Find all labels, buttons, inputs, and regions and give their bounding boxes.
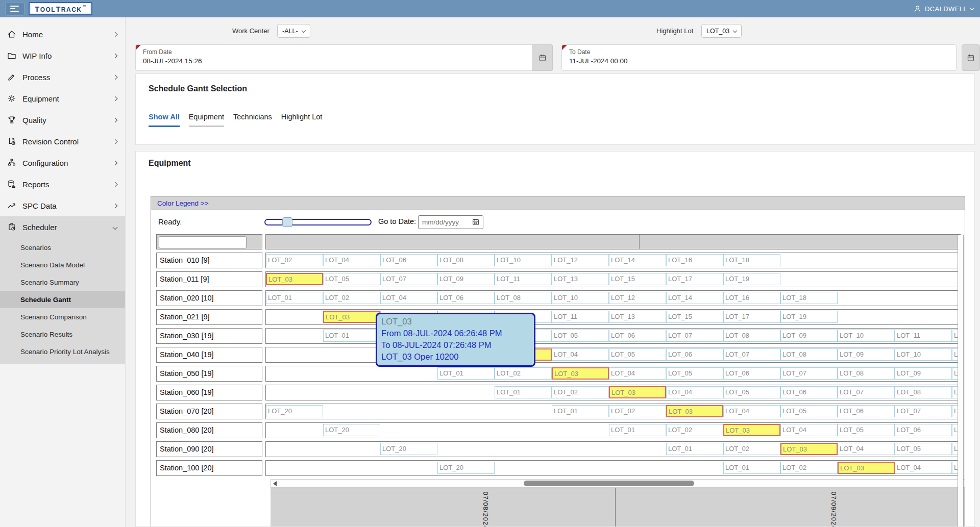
timeline-zoom-slider[interactable] — [264, 219, 372, 225]
lot-bar[interactable]: LOT_08 — [495, 292, 552, 304]
lot-bar-highlighted[interactable]: LOT_03 — [609, 386, 666, 398]
lot-bar[interactable]: LOT_20 — [323, 424, 380, 436]
lot-bar[interactable]: LOT_05 — [780, 405, 838, 417]
lot-bar[interactable]: LOT_04 — [895, 462, 952, 474]
lot-bar[interactable]: LOT_09 — [437, 273, 495, 285]
lot-bar[interactable]: LOT_08 — [437, 254, 495, 266]
lot-bar[interactable]: LOT_06 — [666, 348, 723, 361]
tab-equipment[interactable]: Equipment — [189, 113, 224, 127]
lot-bar[interactable]: LOT_19 — [780, 311, 838, 323]
sidebar-item-equipment[interactable]: Equipment — [0, 88, 125, 109]
tab-technicians[interactable]: Technicians — [233, 113, 272, 127]
lot-bar[interactable]: LOT_07 — [723, 348, 780, 361]
sidebar-item-wip-info[interactable]: WIP Info — [0, 45, 125, 66]
from-date-field[interactable]: From Date 08-JUL-2024 15:26 — [135, 44, 532, 71]
lot-bar-highlighted[interactable]: LOT_03 — [838, 462, 895, 474]
lot-bar[interactable]: LOT_09 — [838, 348, 895, 361]
lot-bar[interactable]: LOT_07 — [380, 273, 437, 285]
lot-bar[interactable]: LOT_05 — [723, 386, 780, 398]
lot-bar[interactable]: LOT_02 — [323, 292, 380, 304]
lot-bar[interactable]: LOT_14 — [666, 292, 723, 304]
highlight-lot-select[interactable]: LOT_03 — [701, 24, 742, 38]
scrollbar-thumb[interactable] — [524, 481, 694, 486]
lot-bar[interactable]: LOT_02 — [609, 405, 666, 417]
lot-bar[interactable]: LOT_20 — [266, 405, 323, 417]
lot-bar[interactable]: LOT_18 — [723, 254, 780, 266]
work-center-select[interactable]: -ALL- — [277, 24, 310, 38]
scroll-left-arrow[interactable] — [273, 481, 277, 486]
lot-bar[interactable]: LOT_08 — [723, 330, 780, 342]
vertical-scrollbar[interactable] — [958, 235, 964, 527]
lot-bar[interactable]: LOT_11 — [552, 311, 609, 323]
lot-bar[interactable]: LOT_05 — [666, 367, 723, 380]
lot-bar[interactable]: LOT_01 — [495, 386, 552, 398]
lot-bar[interactable]: LOT_06 — [380, 254, 437, 266]
color-legend-link[interactable]: Color Legend >> — [157, 199, 209, 207]
station-filter-input[interactable] — [159, 236, 247, 248]
lot-bar[interactable]: LOT_14 — [609, 254, 666, 266]
lot-bar[interactable]: LOT_06 — [780, 386, 838, 398]
tab-highlight-lot[interactable]: Highlight Lot — [281, 113, 323, 127]
lot-bar[interactable]: LOT_05 — [609, 348, 666, 361]
lot-bar[interactable]: LOT_02 — [552, 386, 609, 398]
lot-bar[interactable]: LOT_05 — [552, 330, 609, 342]
lot-bar-highlighted[interactable]: LOT_03 — [723, 424, 780, 436]
sidebar-item-revision-control[interactable]: Revision Control — [0, 131, 125, 152]
lot-bar[interactable]: LOT_05 — [323, 273, 380, 285]
lot-bar[interactable]: LOT_11 — [495, 273, 552, 285]
lot-bar[interactable]: LOT_10 — [838, 330, 895, 342]
sidebar-subitem-scenario-comparison[interactable]: Scenario Comparison — [0, 308, 125, 325]
slider-handle[interactable] — [282, 217, 292, 227]
lot-bar[interactable]: LOT_01 — [323, 330, 380, 342]
lot-bar[interactable]: LOT_10 — [495, 254, 552, 266]
sidebar-subitem-scenario-priority-lot-analysis[interactable]: Scenario Priority Lot Analysis — [0, 343, 125, 360]
goto-date-input[interactable] — [418, 215, 483, 229]
lot-bar[interactable]: LOT_09 — [780, 330, 838, 342]
sidebar-subitem-scenarios[interactable]: Scenarios — [0, 239, 125, 256]
lot-bar[interactable]: LOT_02 — [780, 462, 838, 474]
sidebar-item-configuration[interactable]: Configuration — [0, 152, 125, 173]
lot-bar[interactable]: LOT_20 — [380, 443, 437, 455]
to-date-calendar-button[interactable] — [962, 44, 980, 71]
lot-bar[interactable]: LOT_10 — [895, 348, 952, 361]
sidebar-subitem-scenario-data-model[interactable]: Scenario Data Model — [0, 256, 125, 273]
lot-bar-highlighted[interactable]: LOT_03 — [552, 367, 609, 380]
lot-bar[interactable]: LOT_04 — [552, 348, 609, 361]
lot-bar[interactable]: LOT_05 — [895, 443, 952, 455]
lot-bar[interactable]: LOT_04 — [666, 386, 723, 398]
lot-bar[interactable]: LOT_02 — [495, 367, 552, 380]
lot-bar[interactable]: LOT_02 — [666, 424, 723, 436]
sidebar-subitem-scenario-results[interactable]: Scenario Results — [0, 325, 125, 343]
lot-bar[interactable]: LOT_17 — [666, 273, 723, 285]
lot-bar[interactable]: LOT_08 — [895, 386, 952, 398]
tab-show-all[interactable]: Show All — [149, 113, 180, 127]
lot-bar[interactable]: LOT_06 — [895, 424, 952, 436]
lot-bar[interactable]: LOT_06 — [723, 367, 780, 380]
sidebar-subitem-schedule-gantt[interactable]: Schedule Gantt — [0, 291, 125, 308]
sidebar-item-scheduler[interactable]: Scheduler — [0, 216, 125, 238]
lot-bar[interactable]: LOT_02 — [266, 254, 323, 266]
lot-bar[interactable]: LOT_07 — [666, 330, 723, 342]
lot-bar[interactable]: LOT_07 — [780, 367, 838, 380]
lot-bar[interactable]: LOT_08 — [780, 348, 838, 361]
lot-bar-highlighted[interactable]: LOT_03 — [780, 443, 838, 455]
horizontal-scrollbar[interactable] — [271, 479, 965, 488]
lot-bar[interactable]: LOT_02 — [723, 443, 780, 455]
sidebar-item-process[interactable]: Process — [0, 66, 125, 88]
lot-bar[interactable]: LOT_01 — [437, 367, 495, 380]
lot-bar[interactable]: LOT_18 — [780, 292, 838, 304]
from-date-calendar-button[interactable] — [532, 44, 553, 71]
lot-bar[interactable]: LOT_04 — [609, 367, 666, 380]
lot-bar[interactable]: LOT_05 — [838, 424, 895, 436]
menu-toggle-button[interactable] — [5, 2, 24, 16]
lot-bar-highlighted[interactable]: LOT_03 — [323, 311, 380, 323]
lot-bar[interactable]: LOT_19 — [723, 273, 780, 285]
lot-bar[interactable]: LOT_13 — [552, 273, 609, 285]
lot-bar[interactable]: LOT_10 — [552, 292, 609, 304]
lot-bar[interactable]: LOT_06 — [838, 405, 895, 417]
lot-bar[interactable]: LOT_16 — [723, 292, 780, 304]
lot-bar[interactable]: LOT_12 — [609, 292, 666, 304]
lot-bar[interactable]: LOT_12 — [552, 254, 609, 266]
lot-bar[interactable]: LOT_11 — [895, 330, 952, 342]
lot-bar[interactable]: LOT_15 — [609, 273, 666, 285]
